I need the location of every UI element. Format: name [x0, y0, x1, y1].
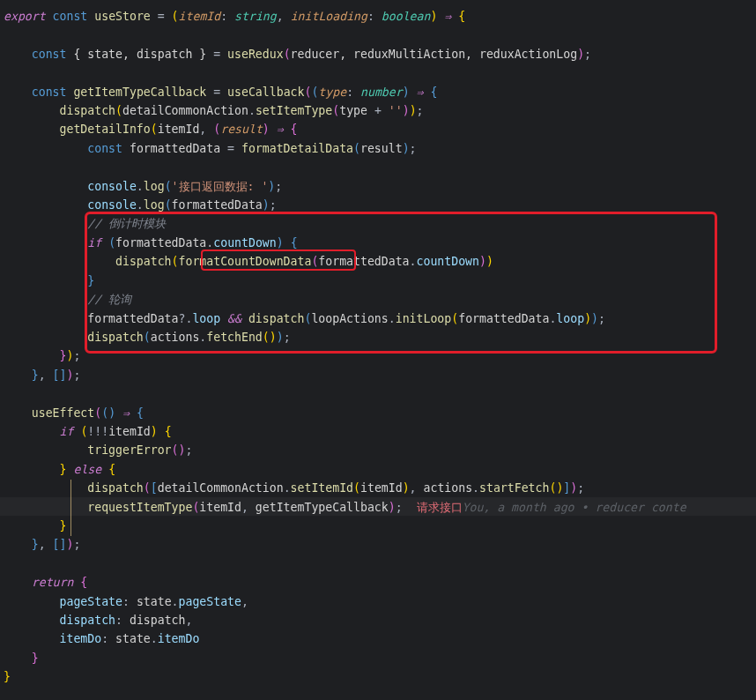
fn-formatDetailData: formatDetailData: [241, 142, 353, 155]
comment-loop: // 轮询: [87, 293, 131, 306]
fn-useRedux: useRedux: [227, 48, 284, 61]
code-editor[interactable]: export const useStore = (itemId: string,…: [0, 0, 756, 694]
fn-dispatch: dispatch: [60, 104, 116, 117]
param-initLoading: initLoading: [291, 10, 367, 23]
param-itemId: itemId: [179, 10, 221, 23]
kw-export: export: [4, 10, 46, 23]
param-type: type: [318, 86, 346, 99]
comment-countdown: // 倒计时模块: [87, 217, 166, 230]
fn-useCallback: useCallback: [227, 86, 304, 99]
id-getItemTypeCallback: getItemTypeCallback: [73, 86, 206, 99]
git-blame: You, a month ago • reducer conte: [463, 501, 686, 514]
kw-const: const: [53, 10, 88, 23]
str-log1: '接口返回数据: ': [172, 180, 269, 193]
type-boolean: boolean: [382, 10, 431, 23]
fn-formatCountDownData: formatCountDownData: [179, 255, 312, 268]
id-useStore: useStore: [94, 10, 151, 23]
destructure: { state, dispatch }: [73, 48, 206, 61]
fn-useEffect: useEffect: [32, 406, 94, 420]
inline-annotation: 请求接口: [417, 501, 463, 514]
type-string: string: [234, 10, 277, 23]
fn-triggerError: triggerError: [87, 443, 171, 457]
fn-getDetailInfo: getDetailInfo: [60, 123, 151, 136]
fn-requestItemType: requestItemType: [87, 501, 192, 514]
